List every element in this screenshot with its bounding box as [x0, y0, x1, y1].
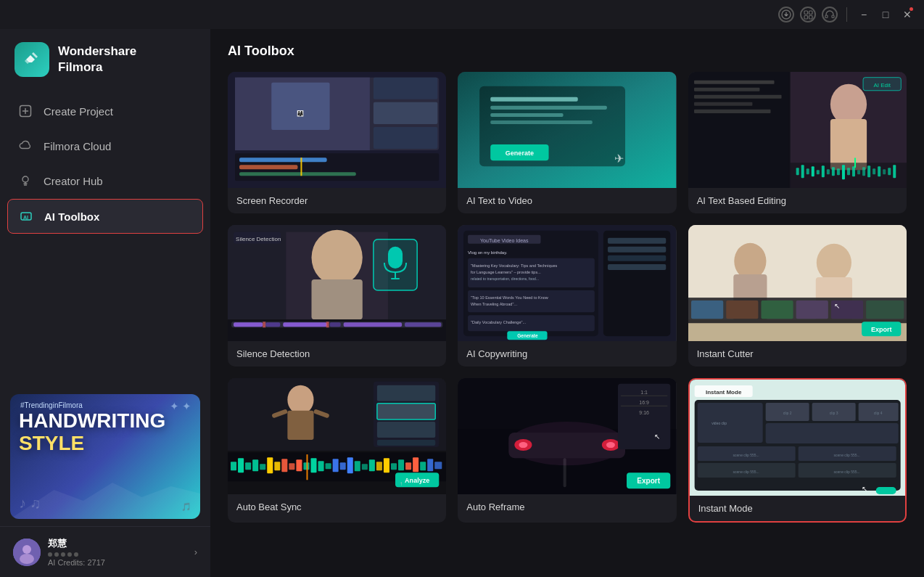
svg-rect-159 — [326, 463, 331, 469]
svg-rect-204 — [697, 403, 762, 443]
svg-text:↖: ↖ — [655, 433, 661, 441]
svg-point-136 — [287, 385, 313, 414]
svg-rect-19 — [374, 78, 437, 99]
thumb-instant-cutter: Instant Cutter — [688, 225, 907, 341]
tool-card-silence-detection[interactable]: Silence Detection Silence Detection — [228, 225, 446, 367]
user-expand-button[interactable]: › — [194, 547, 197, 557]
sidebar-item-creator-hub[interactable]: Creator Hub — [7, 164, 203, 197]
banner-title: HANDWRITING STYLE — [19, 410, 165, 455]
svg-rect-82 — [265, 322, 280, 327]
svg-rect-109 — [608, 255, 666, 261]
svg-rect-172 — [420, 462, 426, 470]
svg-rect-2 — [809, 11, 812, 15]
sidebar: Wondershare Filmora Create Project — [0, 29, 210, 577]
sidebar-nav: Create Project Filmora Cloud — [0, 94, 210, 234]
svg-rect-168 — [391, 463, 397, 470]
tool-card-screen-recorder[interactable]: 👨‍👩‍👧 Screen Recorder — [228, 72, 446, 213]
tool-label: Instant Mode — [690, 496, 905, 521]
svg-rect-43 — [806, 168, 809, 174]
app-body: Wondershare Filmora Create Project — [0, 29, 924, 577]
svg-rect-83 — [283, 322, 326, 327]
svg-point-13 — [20, 554, 34, 564]
svg-text:AI: AI — [23, 215, 28, 220]
svg-text:Export: Export — [638, 477, 661, 485]
minimize-button[interactable]: − — [856, 7, 872, 22]
svg-point-12 — [22, 545, 31, 554]
svg-rect-222 — [875, 487, 896, 494]
cloud-icon — [17, 138, 33, 154]
sidebar-banner[interactable]: #TrendinginFilmora HANDWRITING STYLE ✦ ✦… — [10, 394, 200, 519]
svg-rect-29 — [491, 97, 579, 102]
sidebar-logo: Wondershare Filmora — [0, 29, 210, 94]
tool-card-auto-beat-sync[interactable]: Auto Beat Sync — [228, 378, 446, 523]
tool-card-ai-text-based-editing[interactable]: AI Edit AI Text Based Editing — [688, 72, 907, 213]
svg-rect-84 — [330, 322, 341, 327]
app-name: Wondershare Filmora — [58, 44, 136, 75]
svg-rect-165 — [369, 459, 375, 471]
svg-rect-63 — [694, 88, 759, 91]
svg-text:↖: ↖ — [861, 485, 867, 493]
tool-card-ai-text-to-video[interactable]: Generate ✈ AI Text to Video — [458, 72, 676, 213]
svg-text:Generate: Generate — [518, 333, 539, 338]
svg-rect-163 — [355, 461, 360, 471]
headphone-icon[interactable] — [822, 7, 838, 22]
svg-rect-108 — [608, 247, 666, 253]
svg-rect-157 — [311, 458, 317, 472]
svg-rect-171 — [413, 457, 418, 472]
avatar — [13, 539, 41, 566]
svg-rect-21 — [374, 127, 437, 149]
svg-rect-100 — [468, 290, 595, 312]
thumb-screen-recorder: 👨‍👩‍👧 — [228, 72, 446, 188]
tool-card-auto-reframe[interactable]: Auto Reframe — [458, 378, 676, 523]
svg-rect-50 — [842, 165, 845, 179]
svg-rect-152 — [274, 462, 280, 470]
svg-rect-148 — [245, 462, 251, 470]
thumb-auto-beat-sync: Auto Beat Sync — [228, 378, 446, 494]
svg-rect-142 — [377, 404, 435, 420]
svg-rect-6 — [832, 15, 834, 18]
svg-rect-155 — [296, 459, 302, 471]
tool-label: Silence Detection — [228, 341, 446, 367]
sidebar-item-filmora-cloud[interactable]: Filmora Cloud — [7, 129, 203, 163]
tool-label: AI Copywriting — [458, 341, 676, 367]
sidebar-item-ai-toolbox[interactable]: AI AI Toolbox — [7, 199, 203, 234]
svg-rect-57 — [878, 166, 880, 176]
svg-rect-160 — [333, 459, 339, 472]
page-title: AI Toolbox — [228, 44, 907, 59]
tool-card-instant-mode[interactable]: Instant Mode video clip clip 2 cli — [688, 378, 907, 523]
user-name: 郑慧 — [48, 537, 187, 550]
ai-icon: AI — [18, 208, 34, 224]
svg-rect-124 — [726, 300, 758, 319]
svg-text:scene clip 555...: scene clip 555... — [833, 453, 859, 457]
svg-rect-87 — [263, 322, 265, 327]
svg-rect-141 — [377, 385, 435, 401]
tool-card-instant-cutter[interactable]: Instant Cutter — [688, 225, 907, 367]
thumb-ai-text-to-video: Generate ✈ — [458, 72, 676, 188]
sidebar-item-create-project[interactable]: Create Project — [7, 94, 203, 128]
grid-icon[interactable] — [800, 7, 816, 22]
svg-rect-88 — [326, 322, 329, 327]
banner-star-decoration: ✦ ✦ — [170, 400, 191, 413]
user-info: 郑慧 AI Credits: 2717 — [48, 537, 187, 567]
svg-text:Instant Mode: Instant Mode — [706, 389, 742, 396]
maximize-button[interactable]: □ — [878, 7, 894, 22]
svg-rect-106 — [603, 231, 670, 337]
close-button[interactable]: ✕ — [899, 7, 915, 22]
svg-rect-107 — [608, 238, 666, 244]
svg-rect-69 — [854, 157, 856, 168]
svg-rect-78 — [391, 278, 400, 279]
svg-rect-66 — [694, 110, 770, 113]
svg-text:related to transportation, dir: related to transportation, directions, f… — [471, 277, 539, 281]
svg-rect-164 — [362, 464, 368, 470]
svg-rect-170 — [405, 462, 411, 470]
download-icon[interactable] — [778, 7, 794, 22]
svg-text:clip 3: clip 3 — [829, 411, 838, 415]
tool-card-ai-copywriting[interactable]: YouTube Video Ideas Vlog on my birthday.… — [458, 225, 676, 367]
svg-rect-110 — [608, 264, 666, 270]
svg-rect-123 — [691, 300, 723, 319]
svg-rect-23 — [239, 157, 327, 162]
svg-rect-3 — [804, 15, 808, 19]
svg-point-189 — [606, 442, 615, 448]
svg-rect-161 — [340, 462, 346, 470]
plus-icon — [17, 103, 33, 119]
